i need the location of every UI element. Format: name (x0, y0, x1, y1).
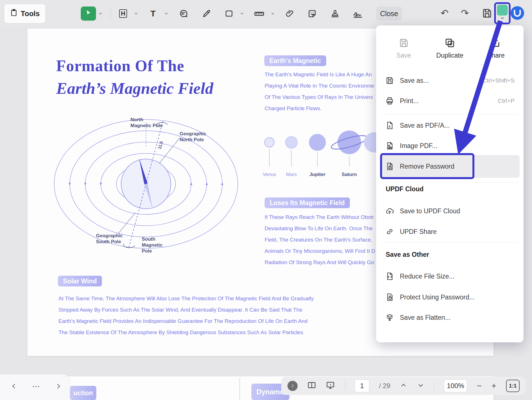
add-text-icon: T (151, 9, 156, 18)
menu-item-remove-password-label: Remove Password (400, 163, 454, 170)
actual-size-button[interactable]: 1:1 (506, 380, 520, 392)
zoom-in-button[interactable]: + (491, 382, 496, 390)
attachment-tool[interactable] (284, 7, 296, 20)
menu-actions-row: Save Duplicate Share (381, 33, 519, 64)
menu-item-image-pdf-label: Image PDF... (400, 142, 437, 150)
measure-tool-dropdown[interactable] (271, 11, 275, 16)
status-divider (434, 382, 434, 390)
cloud-upload-icon (381, 207, 399, 215)
menu-item-print-shortcut: Ctrl+P (498, 97, 514, 104)
menu-section-save-as-other: Save as Other (386, 251, 429, 258)
status-bar: 1 / 29 100% − + 1:1 (281, 377, 526, 395)
tools-label: Tools (21, 9, 40, 18)
next-page-chevron[interactable] (417, 382, 424, 390)
paperclip-icon (285, 9, 295, 18)
duplicate-icon (445, 38, 455, 48)
tools-button[interactable]: Tools (4, 4, 46, 23)
shape-tool[interactable] (223, 7, 235, 20)
menu-item-save-as-flatten-label: Save as Flatten... (400, 314, 450, 321)
measure-tool[interactable] (253, 7, 265, 20)
pen-icon (202, 9, 212, 18)
menu-item-save-to-updf-cloud[interactable]: Save to UPDF Cloud (381, 202, 519, 220)
reading-mode-button[interactable] (307, 381, 316, 391)
zoom-level-value[interactable]: 100% (444, 379, 467, 392)
save-as-icon (381, 76, 399, 85)
sticker-icon (308, 9, 317, 18)
comment-icon (178, 9, 188, 18)
comment-tool[interactable] (177, 7, 189, 20)
planet-label-mars: Mars (286, 172, 297, 177)
save-icon (399, 38, 409, 48)
doc-title-line1: Formation Of The (56, 57, 184, 75)
select-tool-dropdown[interactable] (98, 11, 103, 16)
chevron-left-icon (10, 383, 17, 390)
menu-item-save-as-shortcut: Ctrl+Shift+S (483, 77, 514, 84)
more-pages-button[interactable]: ⋯ (32, 382, 41, 391)
menu-divider (382, 182, 518, 183)
chevron-right-icon (55, 383, 62, 390)
label-south-magnetic-pole: South Magnetic Pole (142, 236, 163, 254)
planet-label-jupiter: Jupiter (309, 172, 326, 177)
pdfa-document-icon: A (381, 121, 399, 130)
badge-loses-magnetic-field: Loses Its Magnetic Field (265, 197, 350, 208)
menu-item-save-to-updf-cloud-label: Save to UPDF Cloud (400, 207, 460, 215)
previous-page-chevron[interactable] (400, 382, 407, 390)
label-geographic-south-pole: Geographic South Pole (96, 233, 123, 245)
add-text-tool[interactable]: T (147, 7, 159, 20)
planet-label-saturn: Saturn (342, 172, 357, 177)
book-icon (307, 381, 316, 390)
page2-column-divider (239, 378, 240, 400)
edit-text-dropdown[interactable] (134, 11, 138, 16)
shape-tool-dropdown[interactable] (240, 11, 244, 16)
menu-item-protect-using-password[interactable]: Protect Using Password... (381, 288, 519, 306)
add-text-dropdown[interactable] (164, 11, 169, 16)
zoom-out-button[interactable]: − (477, 382, 482, 390)
pointer-icon (85, 9, 92, 18)
remove-password-icon (381, 162, 399, 171)
menu-section-updf-cloud: UPDF Cloud (386, 185, 424, 193)
select-tool-button[interactable] (81, 6, 96, 21)
menu-item-save-as-flatten[interactable]: Save as Flatten... (381, 308, 519, 327)
save-button[interactable] (482, 8, 492, 20)
menu-item-remove-password[interactable]: Remove Password (381, 157, 519, 175)
menu-item-reduce-file-size[interactable]: Reduce File Size... (381, 267, 519, 285)
page-total-label: / 29 (379, 382, 390, 390)
ruler-icon (254, 8, 264, 19)
menu-item-save-as-pdfa-label: Save as PDF/A... (400, 122, 450, 129)
menu-item-image-pdf[interactable]: Image PDF... (381, 137, 519, 155)
chevron-right-icon (290, 384, 295, 388)
menu-action-duplicate-label: Duplicate (436, 52, 463, 59)
next-page-button[interactable] (54, 382, 63, 391)
page-number-input[interactable]: 1 (355, 379, 369, 392)
tools-icon (10, 9, 18, 19)
menu-item-save-as-pdfa[interactable]: A Save as PDF/A... (381, 116, 519, 134)
stamp-tool[interactable] (329, 7, 341, 20)
undo-button[interactable]: ↶ (441, 7, 449, 19)
expand-panel-button[interactable] (287, 381, 298, 391)
redo-button[interactable]: ↷ (461, 7, 469, 19)
close-button[interactable]: Close (376, 6, 402, 21)
menu-item-updf-share[interactable]: UPDF Share (381, 223, 519, 241)
save-options-dropdown-button[interactable] (494, 2, 511, 24)
menu-item-protect-using-password-label: Protect Using Password... (400, 294, 475, 301)
menu-item-print[interactable]: Print... Ctrl+P (381, 92, 519, 110)
presentation-button[interactable] (326, 381, 335, 391)
pen-tool[interactable] (200, 7, 213, 20)
badge-earths-magnetic: Earth's Magnetic (264, 55, 326, 66)
menu-action-share[interactable]: Share (473, 33, 519, 64)
reduce-size-icon (381, 272, 399, 281)
chevron-down-icon (417, 382, 424, 389)
menu-action-duplicate[interactable]: Duplicate (427, 33, 473, 64)
doc-title-line2: Earth’s Magnetic Field (56, 79, 213, 98)
previous-page-button[interactable] (9, 382, 18, 391)
menu-action-save[interactable]: Save (381, 33, 427, 64)
updf-logo[interactable] (510, 6, 525, 20)
menu-item-print-label: Print... (400, 97, 418, 105)
paragraph-3: At The Same Time, The Atmosphere Will Al… (58, 293, 314, 338)
flatten-layers-icon (381, 313, 399, 322)
sticker-tool[interactable] (306, 7, 318, 20)
menu-item-save-as[interactable]: Save as... Ctrl+Shift+S (381, 71, 519, 90)
save-icon (482, 8, 492, 19)
edit-text-tool[interactable]: H (117, 7, 129, 20)
signature-tool[interactable] (352, 7, 364, 20)
